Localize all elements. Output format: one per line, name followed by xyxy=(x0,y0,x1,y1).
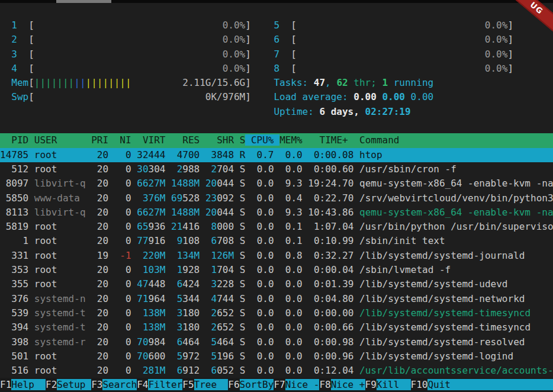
text xyxy=(28,134,34,146)
text xyxy=(274,163,280,175)
text xyxy=(137,365,143,376)
column-header-time[interactable]: TIME+ xyxy=(308,134,353,146)
process-row-398[interactable]: 398 systemd-r 20 0 70984 6464 5464 S 0.0… xyxy=(0,335,553,349)
text xyxy=(234,221,240,232)
process-row-1[interactable]: 1 root 20 0 77916 9108 6708 S 0.0 0.1 0:… xyxy=(0,234,553,248)
column-header-shr[interactable]: SHR xyxy=(205,134,234,146)
fkey-f10-quit[interactable]: F10Quit xyxy=(411,379,553,390)
process-row-5819[interactable]: 5819 root 20 0 65936 21416 8000 S 0.0 0.… xyxy=(0,220,553,234)
text xyxy=(108,264,114,275)
command-cell: /lib/systemd/systemd-timesyncd xyxy=(359,307,531,319)
pri-cell: 20 xyxy=(91,307,108,319)
text xyxy=(131,365,137,376)
text xyxy=(274,336,280,348)
text xyxy=(200,278,205,290)
res-cell: 9 xyxy=(177,235,183,246)
pri-cell: 20 xyxy=(91,336,108,348)
pri-cell: 20 xyxy=(91,163,108,175)
process-row-376[interactable]: 376 systemd-n 20 0 71964 5344 4744 S 0.0… xyxy=(0,292,553,306)
shr-cell: 652 xyxy=(217,307,234,319)
fkey-f8-nice[interactable]: F8Nice + xyxy=(319,379,365,390)
command-cell: /lib/systemd/systemd-udevd xyxy=(359,278,507,290)
process-row-353[interactable]: 353 root 20 0 103M 1928 1704 S 0.0 0.0 0… xyxy=(0,263,553,277)
cpu6-meter-bracket: [ xyxy=(291,34,297,45)
text xyxy=(245,351,251,362)
cpu-cell: 0.0 xyxy=(251,207,274,218)
load-average-label: Load average: xyxy=(274,91,353,102)
process-row-331[interactable]: 331 root 19 -1 220M 134M 126M S 0.0 0.8 … xyxy=(0,249,553,263)
text xyxy=(245,307,251,319)
process-row-8097[interactable]: 8097 libvirt-q 20 0 6627M 1488M 20044 S … xyxy=(0,176,553,191)
fkey-f1-help[interactable]: F1Help xyxy=(0,379,46,390)
column-header-state[interactable]: S xyxy=(240,134,246,146)
text xyxy=(108,365,114,376)
text xyxy=(274,278,280,290)
text xyxy=(274,365,280,376)
text xyxy=(28,278,34,290)
text xyxy=(108,307,114,319)
text xyxy=(234,149,240,160)
column-header-mem[interactable]: MEM% xyxy=(279,134,303,146)
fkey-f7-nice[interactable]: F7Nice - xyxy=(274,379,319,390)
fkey-f5-tree[interactable]: F5Tree xyxy=(182,379,228,390)
text xyxy=(108,178,114,189)
text xyxy=(171,322,177,333)
text xyxy=(108,221,114,232)
fkey-f2-setup[interactable]: F2Setup xyxy=(46,379,91,390)
text xyxy=(303,207,308,218)
fkey-f4-filter[interactable]: F4Filter xyxy=(137,379,182,390)
column-header-pri[interactable]: PRI xyxy=(91,134,108,146)
text xyxy=(200,207,205,218)
fkey-f9-kill[interactable]: F9Kill xyxy=(365,379,411,390)
process-row-355[interactable]: 355 root 20 0 47448 6424 3228 S 0.0 0.0 … xyxy=(0,277,553,291)
mem-cache-bars: |||||||| xyxy=(86,77,131,88)
shr-cell: 2 xyxy=(211,307,217,319)
text xyxy=(86,207,92,218)
pri-cell: 20 xyxy=(91,149,108,160)
process-row-512[interactable]: 512 root 20 0 30304 2988 2704 S 0.0 0.0 … xyxy=(0,162,553,176)
shr-cell: 5 xyxy=(211,336,217,348)
column-header-virt[interactable]: VIRT xyxy=(137,134,165,146)
tasks-threads: 62 xyxy=(336,77,348,88)
fkey-f6-sortby[interactable]: F6SortBy xyxy=(228,379,274,390)
pri-cell: 20 xyxy=(91,192,108,204)
state-cell: S xyxy=(240,192,246,204)
state-cell: S xyxy=(240,221,246,232)
process-row-539[interactable]: 539 systemd-t 20 0 138M 3180 2652 S 0.0 … xyxy=(0,306,553,320)
text xyxy=(108,149,114,160)
column-header-pid[interactable]: PID xyxy=(0,134,28,146)
fkey-f3-search[interactable]: F3Search xyxy=(91,379,137,390)
cpu7-meter-value: 0.0% xyxy=(297,49,507,60)
text xyxy=(200,307,205,319)
state-cell: S xyxy=(240,178,246,189)
process-row-501[interactable]: 501 root 20 0 70600 5972 5196 S 0.0 0.0 … xyxy=(0,349,553,364)
res-cell: 988 xyxy=(182,163,200,175)
column-header-res[interactable]: RES xyxy=(171,134,200,146)
shr-cell: 044 xyxy=(217,207,234,218)
text xyxy=(245,235,251,246)
time-cell: 0:01.39 xyxy=(308,278,353,290)
text xyxy=(274,149,280,160)
ni-cell: 0 xyxy=(114,307,131,319)
terminal-tab[interactable] xyxy=(56,0,111,3)
process-row-516[interactable]: 516 root 20 0 281M 6912 6052 S 0.0 0.0 0… xyxy=(0,364,553,378)
process-row-14785[interactable]: 14785 root 20 0 32444 4700 3848 R 0.7 0.… xyxy=(0,148,553,162)
time-cell: 0:04.80 xyxy=(308,293,353,304)
process-row-394[interactable]: 394 systemd-t 20 0 138M 3180 2652 S 0.0 … xyxy=(0,320,553,335)
text xyxy=(165,336,171,348)
tasks-running: 1 xyxy=(382,77,388,88)
column-header-cpu-sort[interactable]: CPU% xyxy=(245,134,279,146)
column-header-command[interactable]: Command xyxy=(359,134,399,146)
text xyxy=(131,293,137,304)
virt-cell: 70 xyxy=(137,351,148,362)
process-row-8113[interactable]: 8113 libvirt-q 20 0 6627M 1488M 20044 S … xyxy=(0,205,553,220)
cpu-cell: 0.0 xyxy=(251,221,274,232)
ni-cell: 0 xyxy=(114,163,131,175)
text xyxy=(108,351,114,362)
column-header-user[interactable]: USER xyxy=(34,134,86,146)
text xyxy=(165,264,171,275)
process-row-5850[interactable]: 5850 www-data 20 0 376M 69528 23092 S 0.… xyxy=(0,191,553,205)
column-header-ni[interactable]: NI xyxy=(114,134,131,146)
state-cell: S xyxy=(240,336,246,348)
cpu-meter-row: 2 [ 0.0%] 6 [ 0.0%] xyxy=(0,33,553,47)
